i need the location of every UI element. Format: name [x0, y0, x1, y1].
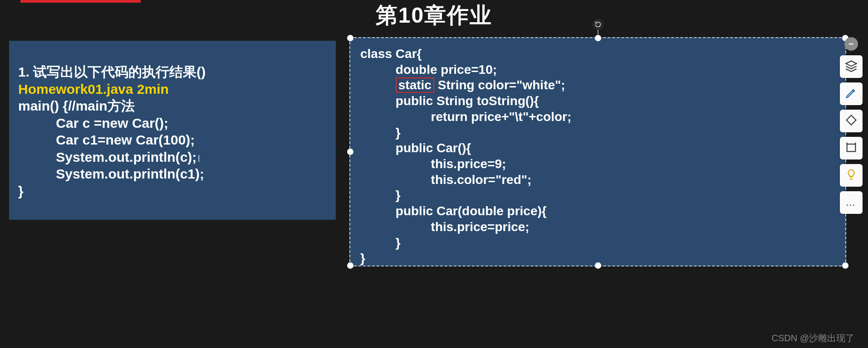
right-toolbar: − …: [839, 37, 863, 214]
code-line: public Car(){: [360, 140, 835, 156]
highlighted-keyword: static: [396, 77, 434, 92]
code-close: }: [18, 183, 327, 200]
rotate-stem: [598, 30, 598, 34]
resize-handle-bottom-right[interactable]: [842, 262, 848, 269]
pen-button[interactable]: [840, 82, 863, 105]
code-line: class Car{: [360, 46, 835, 62]
right-panel-wrapper[interactable]: class Car{ double price=10; static Strin…: [349, 37, 846, 266]
diamond-icon: [845, 114, 858, 128]
code-line: }: [360, 235, 835, 251]
filename-line: Homework01.java 2min: [18, 81, 327, 98]
resize-handle-mid-top[interactable]: [595, 35, 601, 41]
layers-button[interactable]: [840, 55, 863, 78]
top-accent-bar: [20, 0, 141, 3]
shape-button[interactable]: [840, 110, 863, 132]
code-line: this.color="red";: [360, 172, 835, 188]
code-main-sig: main() {//main方法: [18, 97, 327, 115]
more-button[interactable]: …: [840, 191, 863, 214]
frame-icon: [845, 141, 858, 155]
code-line: System.out.println(c1);: [18, 165, 327, 183]
collapse-button[interactable]: −: [844, 37, 858, 51]
page-title: 第10章作业: [376, 1, 492, 30]
frame-button[interactable]: [840, 137, 863, 160]
code-line: }: [360, 125, 835, 141]
resize-handle-top-left[interactable]: [347, 35, 353, 41]
code-text: System.out.println(c);: [18, 150, 196, 164]
resize-handle-mid-left[interactable]: [347, 149, 353, 155]
code-line: }: [360, 188, 835, 203]
code-line: this.price=price;: [360, 219, 835, 235]
more-icon: …: [846, 197, 857, 208]
svg-marker-0: [846, 61, 856, 67]
lightbulb-icon: [845, 168, 858, 183]
code-line: double price=10;: [360, 62, 835, 78]
indent: [360, 78, 396, 92]
right-code-panel[interactable]: class Car{ double price=10; static Strin…: [349, 37, 846, 266]
watermark-text: CSDN @沙雕出现了: [771, 332, 854, 344]
layers-icon: [845, 59, 858, 74]
code-line: return price+"\t"+color;: [360, 109, 835, 125]
rotate-handle-icon[interactable]: [593, 19, 603, 30]
pen-icon: [845, 87, 858, 101]
code-line: Car c1=new Car(100);: [18, 131, 327, 149]
code-text: String color="white";: [434, 78, 565, 92]
code-line: public Car(double price){: [360, 203, 835, 219]
svg-rect-2: [847, 144, 855, 151]
resize-handle-bottom-left[interactable]: [347, 262, 353, 269]
question-text: 1. 试写出以下代码的执行结果(): [18, 63, 327, 81]
code-line: Car c =new Car();: [18, 115, 327, 132]
resize-handle-mid-bottom[interactable]: [595, 262, 601, 269]
code-line: public String toString(){: [360, 93, 835, 109]
code-line-with-cursor: System.out.println(c);I: [18, 149, 327, 166]
text-caret-icon: I: [196, 153, 200, 164]
code-line: this.price=9;: [360, 156, 835, 172]
svg-marker-1: [846, 116, 856, 125]
idea-button[interactable]: [840, 164, 863, 187]
code-line-static: static String color="white";: [360, 77, 835, 93]
left-code-panel: 1. 试写出以下代码的执行结果() Homework01.java 2min m…: [9, 41, 336, 220]
